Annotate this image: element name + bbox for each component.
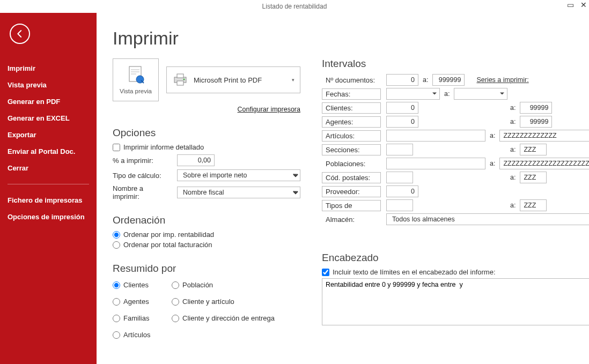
a-label: a: (510, 174, 516, 181)
document-preview-icon (125, 65, 146, 86)
agentes-to[interactable] (520, 116, 552, 128)
poblaciones-from[interactable] (386, 158, 485, 169)
main-content: Imprimir Vista previa (97, 13, 589, 364)
articulos-to[interactable] (499, 130, 589, 142)
sidebar-item-generar-excel[interactable]: Generar en EXCEL (0, 110, 97, 127)
ordenar-rentabilidad-radio[interactable] (113, 231, 120, 239)
sidebar-item-cerrar[interactable]: Cerrar (0, 160, 97, 176)
radio-cliente-articulo[interactable]: Cliente y artículo (172, 298, 300, 306)
familias-radio[interactable] (113, 315, 120, 322)
proveedor-from[interactable] (386, 185, 418, 197)
poblaciones-to[interactable] (499, 158, 589, 169)
radio-ordenar-facturacion[interactable]: Ordenar por total facturación (113, 241, 300, 249)
section-ordenacion: Ordenación (113, 214, 300, 226)
svg-rect-3 (177, 74, 183, 78)
fechas-button[interactable]: Fechas: (322, 88, 381, 100)
secciones-from[interactable] (386, 144, 413, 155)
sidebar-item-imprimir[interactable]: Imprimir (0, 60, 97, 77)
clientes-to[interactable] (520, 102, 552, 114)
series-imprimir-link[interactable]: Series a imprimir: (476, 76, 528, 84)
printer-select[interactable]: Microsoft Print to PDF ▾ (166, 66, 300, 93)
a-label: a: (490, 160, 495, 167)
ordenar-rentabilidad-label: Ordenar por imp. rentabilidad (123, 231, 214, 239)
agentes-radio[interactable] (113, 298, 120, 306)
svg-rect-4 (177, 81, 183, 85)
agentes-from[interactable] (386, 116, 418, 128)
cliente-articulo-label: Cliente y artículo (182, 298, 234, 306)
intervalos-grid: Nº documentos: a: Series a imprimir: Fec… (322, 74, 589, 225)
radio-ordenar-rentabilidad[interactable]: Ordenar por imp. rentabilidad (113, 231, 300, 239)
encabezado-textarea[interactable] (322, 278, 589, 325)
sidebar-separator (8, 184, 89, 184)
vista-previa-label: Vista previa (120, 88, 152, 94)
sidebar-item-fichero-impresoras[interactable]: Fichero de impresoras (0, 192, 97, 209)
printer-icon (172, 73, 188, 87)
maximize-icon[interactable]: ▭ (567, 1, 574, 9)
ndocumentos-from[interactable] (386, 74, 418, 86)
checkbox-imprimir-detallado[interactable]: Imprimir informe detallado (113, 143, 300, 151)
incluir-limites-checkbox[interactable] (322, 269, 329, 276)
almacen-label: Almacén: (322, 214, 381, 225)
sidebar-item-enviar-portal[interactable]: Enviar al Portal Doc. (0, 143, 97, 160)
fechas-from[interactable] (386, 88, 440, 100)
clientes-button[interactable]: Clientes: (322, 102, 381, 114)
articulos-button[interactable]: Artículos: (322, 130, 381, 142)
tipos-from[interactable] (386, 199, 413, 211)
codpostales-to[interactable] (520, 172, 547, 183)
tipo-calculo-select[interactable]: Sobre el importe neto (177, 169, 300, 181)
ndocumentos-label: Nº documentos: (322, 75, 381, 86)
back-arrow-icon (15, 29, 25, 39)
porcentaje-input[interactable] (177, 154, 215, 166)
close-icon[interactable]: ✕ (580, 1, 587, 9)
ordenar-facturacion-radio[interactable] (113, 241, 120, 249)
imprimir-detallado-checkbox[interactable] (113, 144, 120, 151)
a-label: a: (510, 146, 516, 153)
incluir-limites-label: Incluir texto de límites en el encabezad… (333, 268, 496, 276)
cliente-articulo-radio[interactable] (172, 298, 179, 306)
sidebar-item-exportar[interactable]: Exportar (0, 127, 97, 143)
back-button[interactable] (10, 24, 30, 44)
configure-printer-link[interactable]: Configurar impresora (113, 106, 300, 113)
clientes-label: Clientes (123, 281, 149, 289)
section-encabezado: Encabezado (322, 252, 589, 264)
ordenar-facturacion-label: Ordenar por total facturación (123, 241, 212, 249)
radio-articulos[interactable]: Artículos (113, 331, 172, 339)
sidebar-item-generar-pdf[interactable]: Generar en PDF (0, 93, 97, 110)
secciones-to[interactable] (520, 144, 547, 155)
radio-cliente-direccion[interactable]: Cliente y dirección de entrega (172, 314, 300, 322)
checkbox-incluir-limites[interactable]: Incluir texto de límites en el encabezad… (322, 268, 589, 276)
poblacion-label: Población (182, 281, 213, 289)
codpostales-button[interactable]: Cód. postales: (322, 172, 381, 183)
articulos-radio[interactable] (113, 331, 120, 339)
print-dialog-window: Listado de rentabilidad ▭ ✕ Imprimir Vis… (0, 0, 589, 364)
cliente-direccion-radio[interactable] (172, 315, 179, 322)
title-bar: Listado de rentabilidad ▭ ✕ (0, 0, 589, 13)
codpostales-from[interactable] (386, 172, 413, 183)
secciones-button[interactable]: Secciones: (322, 144, 381, 155)
radio-familias[interactable]: Familias (113, 314, 172, 322)
agentes-button[interactable]: Agentes: (322, 116, 381, 128)
right-column: Intervalos Nº documentos: a: Series a im… (322, 20, 589, 353)
almacen-select[interactable]: Todos los almacenes (386, 213, 589, 225)
ndocumentos-to[interactable] (432, 74, 465, 86)
sidebar-item-opciones-impresion[interactable]: Opciones de impresión (0, 209, 97, 225)
a-label: a: (510, 104, 516, 112)
vista-previa-button[interactable]: Vista previa (113, 58, 159, 101)
clientes-from[interactable] (386, 102, 418, 114)
familias-label: Familias (123, 314, 149, 322)
a-label: a: (444, 90, 450, 98)
tipos-to[interactable] (520, 199, 547, 211)
tipos-button[interactable]: Tipos de (322, 200, 381, 211)
poblacion-radio[interactable] (172, 281, 179, 289)
articulos-from[interactable] (386, 130, 485, 142)
fechas-to[interactable] (454, 88, 507, 100)
section-opciones: Opciones (113, 127, 300, 139)
resumido-options: Clientes Población Agentes Cliente y art… (113, 279, 300, 341)
sidebar-item-vista-previa[interactable]: Vista previa (0, 77, 97, 93)
proveedor-button[interactable]: Proveedor: (322, 186, 381, 197)
radio-clientes[interactable]: Clientes (113, 281, 172, 289)
radio-agentes[interactable]: Agentes (113, 298, 172, 306)
clientes-radio[interactable] (113, 281, 120, 289)
radio-poblacion[interactable]: Población (172, 281, 300, 289)
nombre-imprimir-select[interactable]: Nombre fiscal (177, 187, 300, 198)
